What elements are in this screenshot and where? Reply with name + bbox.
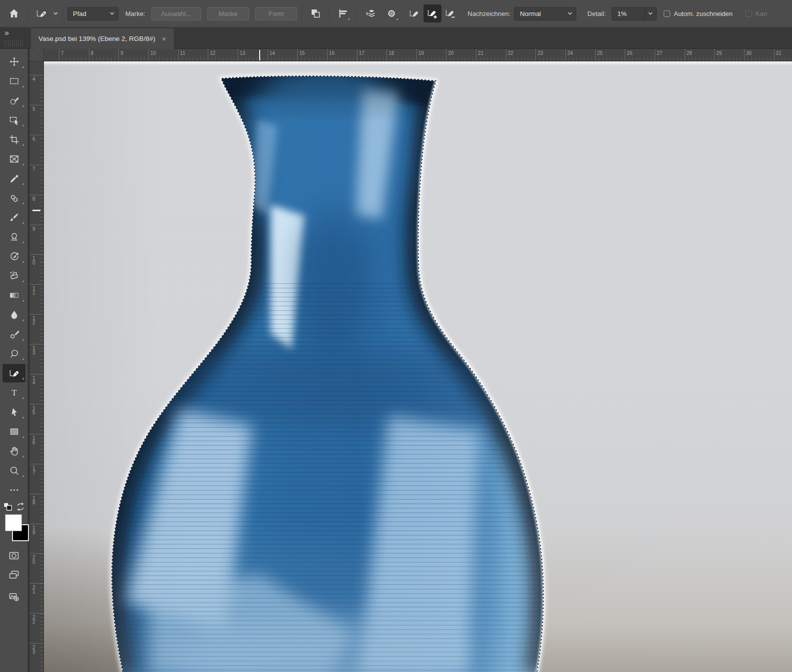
ruler-number: 1 3 [32,346,35,355]
ruler-number: 20 [448,50,453,56]
tool-blur[interactable] [0,305,28,325]
form-button[interactable]: Form [255,7,297,20]
ruler-number: 8 [91,50,94,56]
ruler-number: 7 [61,50,64,56]
ruler-number: 5 [32,107,35,111]
photoshop-app: { "options_bar": { "tool_mode_select": {… [0,0,792,672]
tool-brush[interactable] [0,208,28,227]
expand-panels-icon[interactable]: » [4,28,9,37]
tool-eyedropper[interactable] [0,169,28,188]
close-icon[interactable]: × [162,34,166,43]
options-bar: Pfad Marke: Auswahl... Maske Form Nachze… [0,0,792,27]
canvas[interactable] [44,61,792,672]
ruler-number: 2 1 [32,585,35,594]
ruler-number: 1 7 [32,466,35,475]
ruler-number: 21 [478,50,483,56]
ruler-number: 6 [32,137,35,141]
ruler-number: 24 [567,50,573,56]
tool-gradient[interactable] [0,286,28,305]
pen-subtract-icon[interactable] [441,4,459,22]
ruler-number: 17 [359,50,365,56]
pen-add-icon[interactable] [423,4,441,22]
tool-frame[interactable] [0,149,28,169]
document-tab-title: Vase.psd bei 139% (Ebene 2, RGB/8#) [38,35,155,42]
ruler-number: 9 [120,50,123,56]
foreground-color-swatch[interactable] [5,514,22,531]
ruler-number: 8 [32,197,35,201]
tool-hand[interactable] [0,441,28,461]
gear-icon[interactable] [383,4,400,22]
tool-object-selection[interactable] [0,110,28,130]
tool-type[interactable]: T [0,383,28,402]
tool-rectangular-marquee[interactable] [0,71,28,91]
tool-rectangle-shape[interactable] [0,422,28,441]
marke-label: Marke: [125,10,145,17]
tool-mode-value: Pfad [73,10,107,17]
freeform-pen-preset-icon[interactable] [32,4,50,22]
screen-mode-icon[interactable] [0,565,28,584]
checkbox-icon[interactable] [664,10,670,17]
document-tab[interactable]: Vase.psd bei 139% (Ebene 2, RGB/8#) × [31,28,174,49]
quick-mask-icon[interactable] [0,546,28,565]
tool-zoom[interactable] [0,461,28,480]
autocrop-checkbox[interactable]: Autom. zuschneiden [664,10,733,17]
ruler-number: 31 [776,50,782,56]
tool-history-brush[interactable] [0,247,28,266]
ruler-left[interactable]: 4567891 01 11 21 31 41 51 61 71 81 92 02… [30,61,44,672]
ruler-number: 29 [716,50,722,56]
ruler-number: 27 [657,50,662,56]
tool-path-selection[interactable] [0,402,28,422]
ruler-number: 1 0 [32,256,35,265]
path-operations-icon[interactable] [307,4,325,22]
detail-label: Detail: [587,10,606,17]
ruler-number: 1 1 [32,286,35,295]
auswahl-button[interactable]: Auswahl... [151,7,201,20]
detail-value: 1% [617,10,642,17]
pen-new-selection-icon[interactable] [405,4,423,22]
ruler-number: 1 9 [32,526,35,535]
ruler-number: 2 2 [32,615,35,624]
home-icon[interactable] [5,4,23,22]
tool-healing-brush[interactable] [0,188,28,208]
panel-grip [4,40,24,47]
ruler-number: 1 5 [32,406,35,415]
ruler-corner[interactable] [30,49,44,61]
tool-smudge[interactable] [0,325,28,344]
default-colors-icon[interactable] [2,501,14,513]
detail-select[interactable]: 1% [612,7,657,20]
checkbox-icon [746,10,752,17]
import-image-icon[interactable] [0,587,28,606]
ruler-top[interactable]: 7891011121314151617181920212223242526272… [44,49,792,61]
nachzeichnen-label: Nachzeichnen: [467,10,510,17]
tool-selection-brush[interactable] [0,91,28,110]
tool-move[interactable] [0,52,28,71]
swap-colors-icon[interactable] [14,501,26,513]
ruler-number: 7 [32,167,35,171]
tool-dodge[interactable] [0,344,28,363]
ruler-number: 4 [32,77,35,81]
ruler-number: 12 [210,50,215,56]
tool-edit-toolbar[interactable] [0,480,28,500]
ruler-number: 1 8 [32,496,35,505]
autocrop-label: Autom. zuschneiden [674,10,733,17]
chevron-down-icon [568,12,572,15]
tool-clone-stamp[interactable] [0,227,28,247]
tool-eraser[interactable] [0,266,28,286]
cursor-position-tick [259,50,260,60]
nachzeichnen-select[interactable]: Normal [514,7,576,20]
ruler-number: 18 [389,50,394,56]
chevron-down-icon[interactable] [53,12,58,15]
tool-mode-select[interactable]: Pfad [67,7,118,20]
ruler-number: 1 6 [32,436,35,445]
arrange-layers-icon[interactable] [362,4,380,22]
align-icon[interactable] [334,4,352,22]
chevron-down-icon [110,12,114,15]
ruler-number: 28 [687,50,692,56]
tool-crop[interactable] [0,130,28,149]
tool-freeform-pen[interactable] [0,363,28,383]
ruler-number: 25 [597,50,603,56]
ruler-number: 1 4 [32,376,35,385]
maske-button[interactable]: Maske [207,7,249,20]
ruler-number: 15 [299,50,305,56]
cursor-position-tick [32,210,40,211]
